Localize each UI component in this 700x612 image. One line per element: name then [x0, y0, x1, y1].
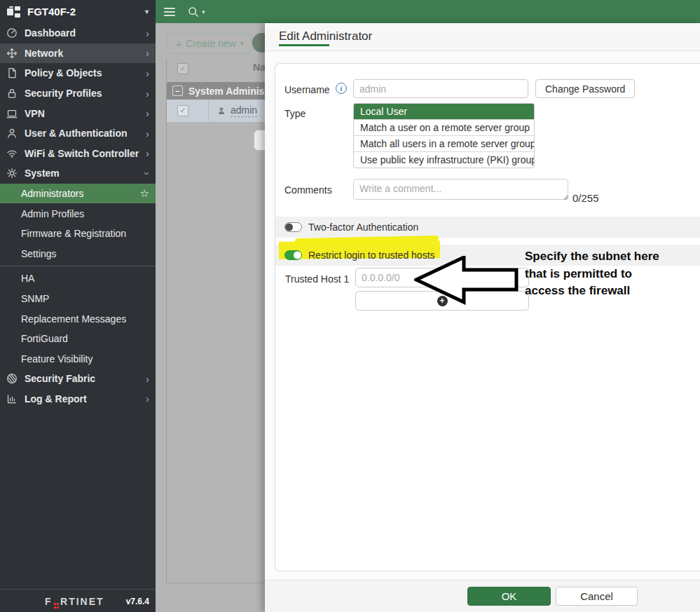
username-label: Username [284, 84, 330, 95]
two-factor-label: Two-factor Authentication [308, 222, 418, 233]
change-password-button[interactable]: Change Password [535, 79, 635, 98]
hamburger-menu-icon[interactable] [164, 8, 175, 16]
sidebar-item-admin-profiles[interactable]: Admin Profiles [0, 203, 156, 224]
person-icon [217, 106, 226, 116]
sidebar-item-ha[interactable]: HA [0, 268, 156, 289]
ok-button[interactable]: OK [467, 587, 551, 606]
sidebar-item-label: FortiGuard [21, 333, 68, 344]
sidebar-item-wifi-switch[interactable]: WiFi & Switch Controller › [0, 144, 156, 164]
create-new-button[interactable]: + Create new ▾ [167, 33, 252, 54]
sidebar-item-administrators[interactable]: Administrators ☆ [0, 184, 156, 204]
modal-title: Edit Administrator [279, 29, 372, 43]
sidebar-item-feature-visibility[interactable]: Feature Visibility [0, 349, 156, 369]
chevron-down-icon: ▾ [145, 8, 149, 15]
type-option-list: Local User Match a user on a remote serv… [353, 103, 535, 168]
cancel-button[interactable]: Cancel [556, 587, 638, 606]
global-search[interactable]: ▾ [188, 6, 205, 18]
comments-label: Comments [284, 184, 332, 196]
form-card: Username i Change Password Type Local Us… [275, 63, 700, 571]
sidebar-item-replacement-messages[interactable]: Replacement Messages [0, 308, 156, 329]
type-option-match-all-users[interactable]: Match all users in a remote server group [354, 135, 534, 151]
sidebar-item-label: HA [21, 273, 34, 284]
sidebar-item-policy-objects[interactable]: Policy & Objects › [0, 63, 156, 83]
firmware-version: v7.6.4 [126, 597, 149, 606]
sidebar-item-firmware-registration[interactable]: Firmware & Registration [0, 224, 156, 244]
chevron-right-icon: › [146, 108, 149, 118]
sidebar-item-network[interactable]: Network › [0, 43, 156, 64]
sidebar-item-label: System [25, 168, 60, 179]
sidebar-item-settings[interactable]: Settings [0, 244, 156, 264]
type-option-match-user[interactable]: Match a user on a remote server group [354, 119, 534, 135]
chevron-right-icon: › [146, 148, 149, 158]
policy-document-icon [6, 67, 18, 79]
resize-handle[interactable] [563, 194, 568, 200]
sidebar-item-label: Network [25, 48, 63, 59]
type-option-pki-group[interactable]: Use public key infrastructure (PKI) grou… [354, 151, 534, 168]
sidebar-item-label: Security Fabric [25, 373, 95, 384]
sidebar-divider [0, 266, 156, 266]
select-all-checkbox[interactable]: ✓ [177, 63, 188, 74]
create-new-label: Create new [186, 38, 236, 49]
log-chart-icon [6, 393, 18, 404]
chevron-down-icon: ▾ [202, 8, 205, 15]
fortinet-logo: FRTINET [45, 596, 104, 608]
type-option-local-user[interactable]: Local User [354, 104, 534, 119]
sidebar-item-vpn[interactable]: VPN › [0, 103, 156, 123]
sidebar-item-security-profiles[interactable]: Security Profiles › [0, 83, 156, 104]
collapse-minus-icon[interactable]: − [172, 86, 183, 96]
info-icon[interactable]: i [336, 83, 347, 94]
lock-icon [6, 88, 18, 99]
chevron-right-icon: › [146, 68, 149, 79]
user-icon [6, 128, 18, 139]
sidebar-item-label: WiFi & Switch Controller [25, 148, 139, 159]
sidebar-item-label: Settings [21, 248, 57, 259]
username-input[interactable] [353, 79, 528, 98]
sidebar: FGT40F-2 ▾ Dashboard › Network › Policy … [0, 0, 156, 612]
sidebar-item-snmp[interactable]: SNMP [0, 289, 156, 309]
plus-icon: + [176, 38, 182, 50]
sidebar-item-security-fabric[interactable]: Security Fabric › [0, 369, 156, 389]
type-label: Type [284, 108, 306, 119]
network-icon [6, 48, 18, 59]
row-checkbox[interactable]: ✓ [177, 105, 188, 116]
annotation-text: Specify the subnet here that is permitte… [525, 248, 700, 300]
topbar: ▾ [156, 0, 700, 23]
gear-icon [6, 168, 18, 179]
two-factor-section: Two-factor Authentication [275, 217, 700, 238]
chevron-down-icon: › [142, 172, 153, 175]
sidebar-item-label: Administrators [21, 188, 83, 199]
sidebar-item-label: Dashboard [25, 27, 76, 39]
sidebar-item-dashboard[interactable]: Dashboard › [0, 23, 156, 43]
search-icon [188, 6, 199, 18]
chevron-right-icon: › [146, 374, 149, 384]
table-border [166, 583, 271, 583]
chevron-right-icon: › [146, 28, 149, 39]
modal-header: Edit Administrator [265, 23, 700, 51]
modal-footer: OK Cancel [265, 580, 700, 612]
device-name: FGT40F-2 [27, 6, 76, 18]
comments-textarea[interactable] [353, 179, 568, 200]
dashboard-icon [6, 27, 18, 39]
chevron-right-icon: › [146, 128, 149, 139]
chevron-right-icon: › [146, 48, 149, 58]
sidebar-item-fortiguard[interactable]: FortiGuard [0, 329, 156, 349]
two-factor-toggle[interactable] [284, 222, 302, 232]
column-separator [208, 100, 209, 122]
sidebar-item-log-report[interactable]: Log & Report › [0, 389, 156, 409]
name-column-header: Na [253, 62, 266, 73]
sidebar-item-system[interactable]: System › [0, 163, 156, 184]
annotation-arrow [414, 256, 519, 305]
wifi-icon [6, 148, 18, 159]
chevron-right-icon: › [146, 393, 149, 404]
group-row-label: System Administra [188, 86, 277, 97]
sidebar-item-label: Admin Profiles [21, 208, 84, 219]
sidebar-item-label: User & Authentication [25, 128, 128, 139]
chevron-right-icon: › [146, 88, 149, 99]
favorite-star-icon[interactable]: ☆ [140, 187, 149, 200]
sidebar-item-label: Policy & Objects [25, 67, 102, 79]
sidebar-item-label: Feature Visibility [21, 353, 92, 365]
device-selector[interactable]: FGT40F-2 ▾ [0, 0, 156, 23]
restrict-login-toggle[interactable] [284, 250, 302, 260]
char-counter: 0/255 [572, 192, 599, 204]
sidebar-item-user-authentication[interactable]: User & Authentication › [0, 123, 156, 144]
